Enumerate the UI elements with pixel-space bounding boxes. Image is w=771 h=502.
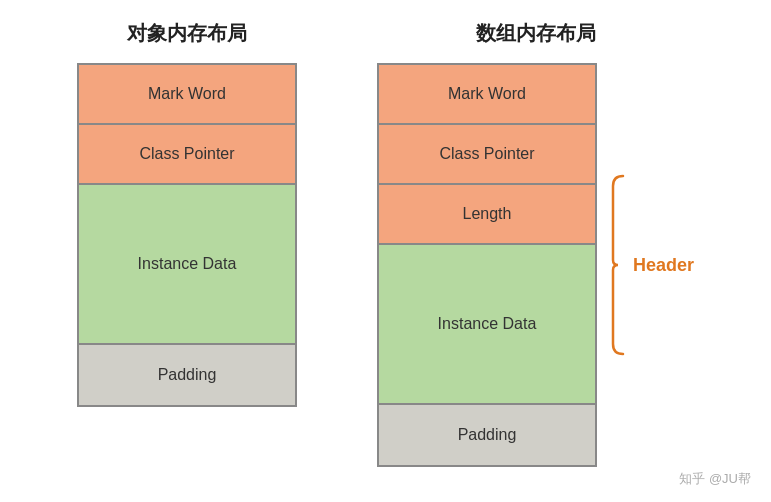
- main-container: 对象内存布局 Mark Word Class Pointer Instance …: [40, 20, 731, 467]
- array-blocks: Mark Word Class Pointer Length Instance …: [377, 63, 597, 467]
- brace-container: Header: [609, 172, 694, 358]
- obj-mark-word: Mark Word: [79, 65, 295, 125]
- header-annotation: Header: [609, 172, 694, 358]
- header-label: Header: [633, 255, 694, 276]
- obj-padding: Padding: [79, 345, 295, 405]
- arr-length: Length: [379, 185, 595, 245]
- object-body: Mark Word Class Pointer Instance Data Pa…: [77, 63, 297, 407]
- obj-class-pointer: Class Pointer: [79, 125, 295, 185]
- obj-instance-data: Instance Data: [79, 185, 295, 345]
- watermark: 知乎 @JU帮: [679, 470, 751, 488]
- object-title: 对象内存布局: [127, 20, 247, 47]
- arr-class-pointer: Class Pointer: [379, 125, 595, 185]
- object-diagram: 对象内存布局 Mark Word Class Pointer Instance …: [77, 20, 297, 407]
- header-brace-icon: [609, 172, 627, 358]
- array-title: 数组内存布局: [476, 20, 596, 47]
- object-blocks: Mark Word Class Pointer Instance Data Pa…: [77, 63, 297, 407]
- array-body: Mark Word Class Pointer Length Instance …: [377, 63, 694, 467]
- array-diagram: 数组内存布局 Mark Word Class Pointer Length In…: [377, 20, 694, 467]
- arr-padding: Padding: [379, 405, 595, 465]
- arr-instance-data: Instance Data: [379, 245, 595, 405]
- arr-mark-word: Mark Word: [379, 65, 595, 125]
